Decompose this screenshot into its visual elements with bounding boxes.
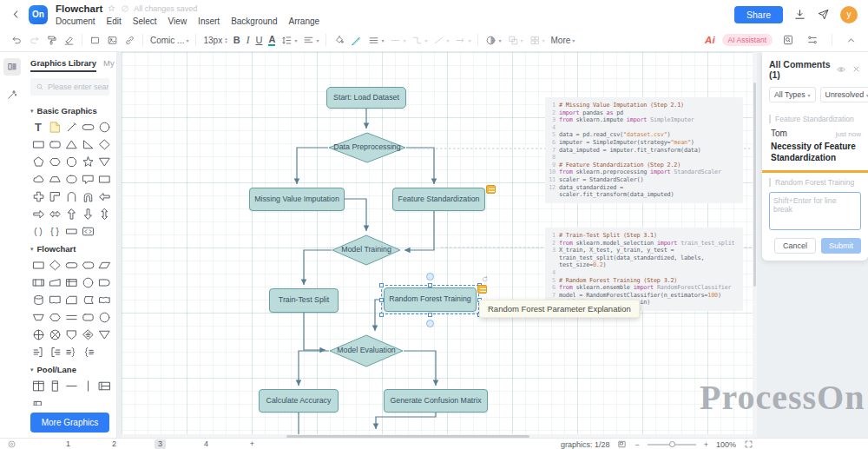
fill-color-icon[interactable] (331, 33, 347, 48)
shape-octagon[interactable] (63, 154, 79, 169)
zoom-slider[interactable] (648, 444, 696, 446)
menu-item-document[interactable]: Document (56, 17, 95, 26)
ai-logo[interactable]: Ai (705, 35, 715, 45)
doc-search-icon[interactable] (779, 32, 797, 48)
quick-connect-handle[interactable] (426, 320, 434, 327)
minimap-icon[interactable] (617, 439, 627, 449)
shape-plus[interactable] (30, 188, 46, 204)
back-icon[interactable] (10, 9, 22, 20)
document-title[interactable]: Flowchart (56, 3, 102, 14)
shape-summing[interactable] (47, 327, 62, 342)
menu-item-select[interactable]: Select (133, 17, 157, 26)
shape-arrow-down[interactable] (80, 206, 95, 221)
shape-h-line[interactable] (63, 378, 79, 393)
shape-arrow-left[interactable] (96, 188, 112, 204)
shape-parallel[interactable] (63, 309, 79, 325)
node-confusion[interactable]: Generate Confusion Matrix (384, 389, 488, 413)
shape-pool-vert[interactable] (47, 378, 62, 393)
theme-icon[interactable]: ▾ (483, 33, 503, 48)
resize-handle[interactable] (428, 283, 432, 287)
node-standardize[interactable]: Feature Standardization (392, 188, 485, 211)
section-title[interactable]: ▾Pool/Lane (30, 365, 109, 374)
shape-diamond[interactable] (96, 136, 112, 152)
redo-icon[interactable] (26, 33, 43, 48)
menu-item-insert[interactable]: Insert (198, 17, 220, 26)
shape-arrow-ud[interactable] (96, 206, 112, 221)
page-tab-3[interactable]: 3 (155, 439, 166, 449)
insert-image-icon[interactable] (104, 33, 121, 48)
insert-shape-icon[interactable] (87, 33, 103, 48)
rotate-handle[interactable] (481, 275, 489, 283)
submit-button[interactable]: Submit (821, 238, 861, 254)
shape-text[interactable]: T (30, 119, 46, 135)
filter-status-select[interactable]: Unresolved▾ (820, 87, 868, 102)
shape-trapezoid2[interactable] (30, 309, 46, 325)
line-spacing-icon[interactable]: ▾ (279, 33, 299, 48)
shape-star[interactable] (80, 154, 95, 169)
shape-document2[interactable] (47, 292, 62, 307)
comment-marker-icon[interactable] (486, 185, 496, 194)
shape-parens[interactable]: ( ) (30, 223, 46, 239)
processon-logo[interactable]: On (29, 5, 48, 24)
shape-rect[interactable] (30, 136, 46, 152)
shape-pen[interactable] (63, 119, 79, 135)
resize-handle[interactable] (379, 298, 384, 302)
shape-brace-r[interactable] (63, 344, 79, 360)
diagram-canvas[interactable]: Start: Load DatasetData PreprocessingMis… (122, 52, 757, 439)
shape-corner[interactable] (47, 188, 62, 204)
menu-item-background[interactable]: Background (231, 17, 277, 26)
cancel-button[interactable]: Cancel (774, 238, 816, 254)
comment-marker-icon[interactable] (477, 285, 487, 294)
node-accuracy[interactable]: Calculate Accuracy (259, 389, 339, 413)
shape-internal[interactable] (63, 274, 79, 290)
resize-handle[interactable] (379, 283, 384, 287)
shape-parallelogram[interactable] (96, 257, 112, 273)
shape-brace-l[interactable] (80, 344, 95, 360)
shape-pool-lanes[interactable] (96, 378, 112, 393)
shape-roundrect[interactable] (80, 309, 95, 325)
shape-pool-small[interactable] (30, 395, 46, 406)
shape-pentagon[interactable] (30, 154, 46, 169)
section-title[interactable]: ▾Basic Graphics (30, 106, 109, 116)
shape-arrow-up[interactable] (63, 206, 79, 221)
line-width-icon[interactable]: ▾ (365, 33, 386, 48)
shape-trapezoid[interactable] (47, 171, 62, 187)
shape-arch[interactable] (63, 188, 79, 204)
shape-triangle[interactable] (63, 136, 79, 152)
close-comments-icon[interactable] (852, 64, 861, 75)
shape-circle[interactable] (96, 119, 112, 135)
favorite-star-icon[interactable] (107, 3, 116, 13)
underline-button[interactable]: U (253, 33, 265, 47)
shape-rect[interactable] (30, 257, 46, 273)
code-annotation-2[interactable]: 1# Train-Test Split (Step 3.1)2from skle… (545, 228, 743, 311)
add-page-button[interactable]: + (247, 439, 258, 449)
page-settings-icon[interactable] (7, 439, 16, 449)
zoom-in-icon[interactable]: + (704, 440, 708, 449)
shape-pool-2col[interactable] (30, 378, 46, 393)
section-title[interactable]: ▾Flowchart (30, 244, 109, 254)
shape-display[interactable] (80, 257, 95, 273)
node-split[interactable]: Train-Test Split (269, 288, 339, 313)
resize-handle[interactable] (379, 313, 384, 317)
ai-assistant-badge[interactable]: AI Assistant (722, 34, 773, 46)
flow-structure-icon[interactable] (804, 32, 821, 48)
vertical-scrollbar-thumb[interactable] (753, 83, 756, 287)
page-tab-4[interactable]: 4 (201, 439, 212, 449)
connector-type-icon[interactable]: ▾ (409, 33, 430, 48)
zoom-out-icon[interactable]: − (635, 440, 639, 449)
menu-item-view[interactable]: View (168, 17, 187, 26)
node-evaluate[interactable]: Model Evaluation (329, 334, 404, 367)
page-tab-2[interactable]: 2 (108, 439, 120, 449)
comment-card[interactable]: Feature Standardization Tom just now Nec… (762, 109, 868, 170)
line-color-icon[interactable] (348, 33, 365, 48)
comment-input[interactable] (769, 192, 861, 230)
download-icon[interactable] (793, 8, 806, 21)
arrow-style-icon[interactable]: ▾ (452, 33, 473, 48)
node-start[interactable]: Start: Load Dataset (326, 87, 406, 109)
format-painter-icon[interactable] (43, 33, 60, 48)
shape-braces[interactable]: { } (47, 223, 62, 239)
shape-arrow-right[interactable] (30, 206, 46, 221)
fullscreen-icon[interactable] (744, 439, 753, 449)
line-shape-icon[interactable]: ▾ (431, 33, 451, 48)
user-avatar[interactable]: y (840, 6, 858, 23)
